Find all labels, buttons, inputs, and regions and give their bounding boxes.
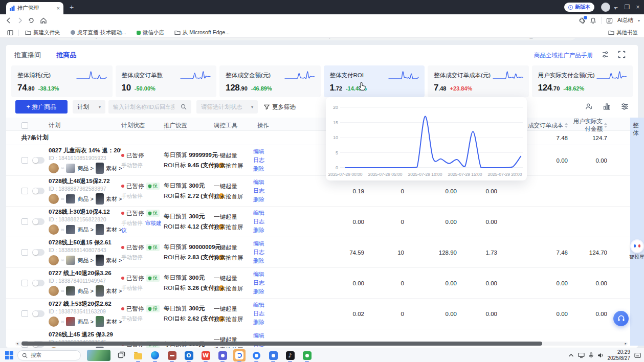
- material-link[interactable]: 素材 >: [106, 195, 122, 203]
- kpi-card-1[interactable]: 整体消耗(元)74.80-38.13%: [11, 65, 113, 97]
- row-enable-toggle[interactable]: [32, 310, 45, 317]
- monitor-icon[interactable]: [578, 352, 585, 358]
- row-checkbox[interactable]: [21, 218, 28, 225]
- action-delete[interactable]: 删除: [253, 195, 276, 204]
- horizontal-scrollbar[interactable]: ◂ ▸: [15, 342, 628, 346]
- material-link[interactable]: 素材 >: [106, 318, 122, 326]
- taskbar-app-qianchuan[interactable]: [233, 349, 246, 361]
- forward-icon[interactable]: [16, 17, 24, 24]
- tool-search-top-screen[interactable]: 搜索抢首屏: [214, 161, 253, 171]
- row-checkbox[interactable]: [21, 310, 28, 317]
- action-delete[interactable]: 删除: [253, 165, 276, 173]
- window-close-button[interactable]: ×: [634, 4, 641, 11]
- reload-icon[interactable]: [28, 17, 35, 24]
- action-edit[interactable]: 编辑: [253, 270, 276, 279]
- side-panel-icon[interactable]: [7, 30, 13, 36]
- scrollbar-thumb[interactable]: [21, 342, 542, 346]
- browser-tab[interactable]: 推广管理 ×: [6, 2, 63, 14]
- action-log[interactable]: 日志: [253, 187, 276, 195]
- window-maximize-button[interactable]: ❐: [624, 4, 631, 11]
- scroll-right-arrow[interactable]: ▸: [625, 342, 627, 346]
- new-version-badge[interactable]: 新版本: [564, 3, 594, 12]
- taskbar-app-douyin[interactable]: ♪: [284, 349, 296, 361]
- audience-icon[interactable]: [585, 103, 593, 110]
- bookmark-item-huya[interactable]: 虎牙直播-技术驱动...: [71, 29, 126, 36]
- action-edit[interactable]: 编辑: [253, 331, 276, 340]
- bookmark-item-weixin-shop[interactable]: 微信小店: [137, 29, 164, 36]
- home-icon[interactable]: [40, 17, 47, 24]
- kpi-card-4[interactable]: 整体支付ROI1.72-14.43%: [324, 65, 425, 97]
- bookmark-item-folder[interactable]: 新建文件夹: [25, 29, 60, 36]
- action-edit[interactable]: 编辑: [253, 209, 276, 217]
- action-edit[interactable]: 编辑: [253, 147, 276, 156]
- material-link[interactable]: 素材 >: [106, 257, 122, 264]
- taskbar-app-outlook[interactable]: O: [183, 349, 195, 361]
- kpi-card-2[interactable]: 整体成交订单数10-50.00%: [116, 65, 217, 97]
- tab-close-icon[interactable]: ×: [57, 6, 60, 11]
- tool-search-top-screen[interactable]: 搜索抢首屏: [214, 314, 253, 324]
- material-link[interactable]: 素材 >: [106, 287, 122, 295]
- custom-columns-icon[interactable]: [602, 51, 609, 58]
- add-promotion-button[interactable]: + 推广商品: [15, 100, 68, 114]
- chevron-down-icon[interactable]: ▾: [638, 18, 640, 23]
- row-enable-toggle[interactable]: [32, 218, 45, 225]
- fullscreen-icon[interactable]: [618, 51, 626, 58]
- notification-center-icon[interactable]: [634, 352, 641, 358]
- extensions-icon[interactable]: [579, 17, 585, 24]
- action-log[interactable]: 日志: [253, 279, 276, 287]
- select-all-checkbox[interactable]: [21, 122, 28, 129]
- tool-one-click-boost[interactable]: 一键起量: [214, 242, 253, 253]
- action-delete[interactable]: 删除: [253, 226, 276, 235]
- product-link[interactable]: 商品 >: [77, 257, 93, 264]
- tool-one-click-boost[interactable]: 一键起量: [214, 150, 253, 161]
- scroll-left-arrow[interactable]: ◂: [16, 342, 18, 346]
- row-checkbox[interactable]: [21, 157, 28, 164]
- row-enable-toggle[interactable]: [32, 188, 45, 194]
- assistant-widget[interactable]: 智投星: [629, 240, 644, 261]
- task-view-icon[interactable]: [118, 351, 125, 359]
- taskbar-app-wps-office[interactable]: W: [199, 349, 212, 361]
- product-link[interactable]: 商品 >: [77, 226, 93, 234]
- action-log[interactable]: 日志: [253, 309, 276, 318]
- notifications-bell-icon[interactable]: [590, 17, 596, 24]
- new-tab-button[interactable]: +: [68, 3, 76, 11]
- taskbar-app-microsoft-store[interactable]: [166, 349, 178, 361]
- kpi-card-5[interactable]: 整体成交订单成本(元)7.48+23.84%: [428, 65, 529, 97]
- product-link[interactable]: 商品 >: [77, 165, 93, 172]
- ai-summary-label[interactable]: AI总结: [617, 17, 633, 24]
- tray-expand-icon[interactable]: [568, 353, 574, 357]
- tool-one-click-boost[interactable]: 一键起量: [214, 181, 253, 191]
- row-enable-toggle[interactable]: [32, 280, 45, 286]
- settings-sliders-icon[interactable]: [621, 103, 629, 110]
- row-enable-toggle[interactable]: [32, 249, 45, 256]
- kpi-card-6[interactable]: 用户实际支付金额(元)124.70-48.62%: [532, 65, 633, 97]
- action-edit[interactable]: 编辑: [253, 178, 276, 187]
- taskbar-app-file-explorer[interactable]: [132, 349, 144, 361]
- browser-profile-avatar[interactable]: [601, 3, 610, 12]
- action-delete[interactable]: 删除: [253, 257, 276, 265]
- kpi-card-3[interactable]: 整体成交金额(元)128.90-46.89%: [219, 65, 321, 97]
- action-log[interactable]: 日志: [253, 248, 276, 257]
- taskbar-app-edge-browser[interactable]: [149, 349, 161, 361]
- tab-promote-product[interactable]: 推商品: [56, 51, 76, 59]
- back-icon[interactable]: [5, 17, 12, 24]
- tool-one-click-boost[interactable]: 一键起量: [214, 304, 253, 314]
- plan-search-field[interactable]: [108, 100, 191, 114]
- taskbar-app-app-blue-circle[interactable]: [250, 349, 262, 361]
- tool-search-top-screen[interactable]: 搜索抢首屏: [214, 191, 253, 201]
- start-button[interactable]: [5, 351, 13, 359]
- taskbar-app-app-indigo[interactable]: [216, 349, 229, 361]
- material-link[interactable]: 素材 >: [106, 165, 122, 172]
- tool-search-top-screen[interactable]: 搜索抢首屏: [214, 222, 253, 232]
- window-minimize-button[interactable]: –: [612, 4, 619, 11]
- sort-icon[interactable]: [604, 123, 607, 128]
- more-filters-button[interactable]: 更多筛选: [264, 100, 296, 114]
- taskbar-clock[interactable]: 20:29 2025/8/27: [608, 349, 631, 361]
- plan-type-select[interactable]: 计划▾: [73, 100, 105, 114]
- customer-service-button[interactable]: [613, 311, 629, 326]
- action-log[interactable]: 日志: [253, 217, 276, 226]
- taskbar-app-app-green[interactable]: [301, 349, 313, 361]
- action-edit[interactable]: 编辑: [253, 301, 276, 309]
- action-edit[interactable]: 编辑: [253, 239, 276, 248]
- tool-search-top-screen[interactable]: 搜索抢首屏: [214, 283, 253, 293]
